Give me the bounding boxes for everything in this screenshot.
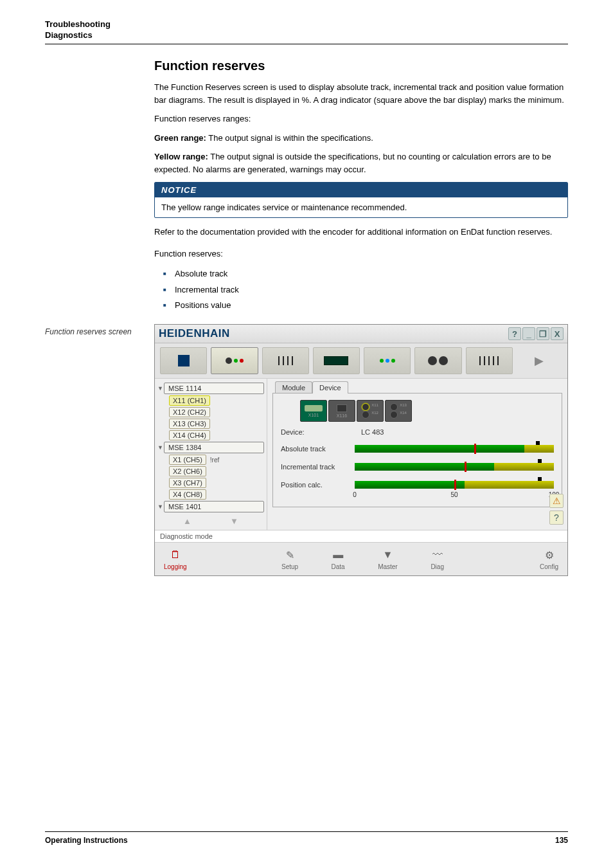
nav-config[interactable]: ⚙ Config — [540, 548, 558, 570]
nav-group-center: ✎ Setup ▬ Data ▼ Master 〰 Diag — [281, 548, 445, 570]
tree-channel[interactable]: X1 (CH5)!ref — [169, 455, 264, 465]
tree-channel-label: X12 (CH2) — [169, 407, 210, 417]
tree-channel-label: X13 (CH3) — [169, 419, 210, 429]
bar-track — [355, 481, 554, 489]
bar-label: Incremental track — [281, 463, 355, 471]
header-section: Diagnostics — [45, 30, 568, 40]
left-column — [45, 59, 154, 314]
bar-drag-indicator — [454, 480, 456, 490]
tree-channel[interactable]: X4 (CH8) — [169, 489, 264, 500]
nav-label: Config — [540, 563, 558, 570]
port-label: X13 — [400, 403, 407, 411]
tree-channel-label: X2 (CH6) — [169, 466, 206, 476]
restore-button[interactable]: ❐ — [537, 327, 549, 340]
device-value: LC 483 — [361, 428, 384, 436]
logging-icon: 🗒 — [168, 548, 183, 562]
notice-body: The yellow range indicates service or ma… — [155, 197, 567, 217]
tree-node[interactable]: ▼ MSE 1401 — [157, 501, 264, 512]
footer-doc-title: Operating Instructions — [45, 836, 128, 845]
port-label: X12 — [371, 411, 378, 419]
tree-channel[interactable]: X14 (CH4) — [169, 430, 264, 440]
module-strip: ▶ — [155, 343, 567, 379]
tree-node[interactable]: ▼ MSE 1384 — [157, 442, 264, 453]
module-slot[interactable] — [364, 347, 411, 374]
ranges-heading: Function reserves ranges: — [154, 113, 568, 125]
device-label: Device: — [281, 428, 355, 436]
nav-master[interactable]: ▼ Master — [378, 548, 398, 570]
tree-toggle-icon[interactable]: ▼ — [157, 385, 164, 392]
nav-diag[interactable]: 〰 Diag — [430, 548, 445, 570]
tree-nav-down-icon[interactable]: ▼ — [230, 516, 238, 526]
app-body: ▼ MSE 1114 X11 (CH1) X12 (CH2) X13 (CH3)… — [155, 379, 567, 530]
tree-node[interactable]: ▼ MSE 1114 — [157, 383, 264, 394]
right-column: Function reserves The Function Reserves … — [154, 59, 568, 314]
caption-column: Function reserves screen — [45, 320, 154, 576]
nav-label: Diag — [431, 563, 444, 570]
tree-channel-label: X11 (CH1) — [169, 395, 210, 406]
refer-paragraph: Refer to the documentation provided with… — [154, 226, 568, 239]
port-label: X116 — [337, 413, 347, 418]
port-label: X14 — [400, 411, 407, 419]
tree-channel[interactable]: X2 (CH6) — [169, 466, 264, 476]
footer-page-number: 135 — [555, 836, 568, 845]
nav-data[interactable]: ▬ Data — [330, 548, 346, 570]
axis-tick: 0 — [353, 491, 357, 498]
tab-device[interactable]: Device — [312, 381, 348, 393]
tree-toggle-icon[interactable]: ▼ — [157, 503, 164, 510]
module-slot[interactable] — [466, 347, 513, 374]
yellow-range-paragraph: Yellow range: The output signal is outsi… — [154, 150, 568, 176]
tree-nav-up-icon[interactable]: ▲ — [183, 516, 191, 526]
tree-module-label: MSE 1401 — [164, 501, 264, 512]
module-slot[interactable] — [160, 347, 207, 374]
warning-icon[interactable]: ⚠ — [549, 494, 564, 508]
tree-channel[interactable]: X13 (CH3) — [169, 419, 264, 429]
figure-caption: Function reserves screen — [45, 327, 148, 338]
bullet-item: Incremental track — [163, 282, 568, 298]
module-slot[interactable] — [313, 347, 360, 374]
module-slot[interactable] — [262, 347, 309, 374]
tab-module[interactable]: Module — [275, 381, 312, 393]
bullet-item: Absolute track — [163, 266, 568, 282]
port-label: X101 — [308, 413, 319, 417]
tree-toggle-icon[interactable]: ▼ — [157, 444, 164, 451]
module-visual: X101 X116 X11 X12 X13 — [300, 400, 554, 422]
tree-channel-label: X14 (CH4) — [169, 430, 210, 440]
tree-channel[interactable]: X3 (CH7) — [169, 478, 264, 488]
minimize-button[interactable]: _ — [522, 327, 535, 340]
module-visual-slot: X13 X14 — [385, 400, 412, 422]
module-scroll-right[interactable]: ▶ — [517, 347, 562, 374]
close-button[interactable]: X — [551, 327, 564, 340]
page-title: Function reserves — [154, 59, 568, 73]
page-footer: Operating Instructions 135 — [45, 831, 568, 845]
config-icon: ⚙ — [542, 548, 557, 562]
tree-channel[interactable]: X12 (CH2) — [169, 407, 264, 417]
tree-module-label: MSE 1384 — [164, 442, 264, 453]
nav-setup[interactable]: ✎ Setup — [281, 548, 298, 570]
header-chapter: Troubleshooting — [45, 19, 568, 29]
bar-drag-indicator — [474, 444, 476, 454]
tabs: Module Device — [275, 381, 562, 393]
bar-track — [355, 463, 554, 471]
yellow-range-label: Yellow range: — [154, 152, 208, 161]
bar-label: Absolute track — [281, 445, 355, 453]
context-help-icon[interactable]: ? — [549, 511, 564, 525]
tree-channel[interactable]: X11 (CH1) — [169, 395, 264, 406]
module-slot[interactable] — [414, 347, 461, 374]
help-button[interactable]: ? — [508, 327, 521, 340]
module-slot-selected[interactable] — [211, 347, 258, 374]
bar-marker — [538, 459, 542, 463]
nav-group-left: 🗒 Logging — [164, 548, 187, 570]
tree-channel-label: X3 (CH7) — [169, 478, 206, 488]
header-divider — [45, 44, 568, 44]
master-icon: ▼ — [380, 548, 395, 562]
notice-heading: NOTICE — [155, 183, 567, 197]
bar-marker — [538, 477, 542, 481]
green-range-paragraph: Green range: The output signal is within… — [154, 132, 568, 145]
bullet-item: Positions value — [163, 298, 568, 314]
tab-content: X101 X116 X11 X12 X13 — [272, 393, 562, 507]
intro-paragraph: The Function Reserves screen is used to … — [154, 81, 568, 106]
axis-tick: 50 — [450, 491, 458, 498]
app-titlebar: HEIDENHAIN ? _ ❐ X — [155, 325, 567, 343]
bar-incremental-track: Incremental track — [281, 463, 554, 471]
nav-logging[interactable]: 🗒 Logging — [164, 548, 187, 570]
